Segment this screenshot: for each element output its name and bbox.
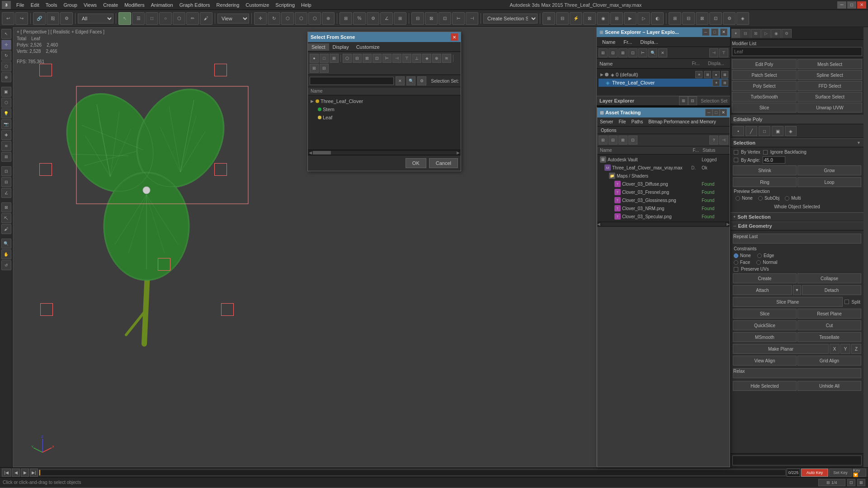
- dialog-title-bar[interactable]: Select From Scene ✕: [308, 32, 461, 42]
- slice-plane-btn[interactable]: Slice Plane: [733, 297, 843, 307]
- se-row-icon4[interactable]: ⊠: [721, 71, 728, 78]
- btn-unwrap-uvw[interactable]: Unwrap UVW: [797, 103, 862, 113]
- material-btn[interactable]: ◉: [597, 12, 609, 25]
- lt-rotate[interactable]: ↻: [1, 51, 11, 61]
- unhide-all-btn[interactable]: Unhide All: [797, 381, 861, 391]
- layers-btn[interactable]: ⊟: [556, 12, 569, 25]
- se-icon-8[interactable]: ⊣: [709, 48, 718, 57]
- pivot-button[interactable]: ⊕: [322, 12, 335, 25]
- menu-edit[interactable]: Edit: [28, 1, 42, 9]
- tab-motion[interactable]: ▷: [761, 29, 771, 38]
- at-server[interactable]: Server: [597, 118, 616, 125]
- at-close-btn[interactable]: ✕: [720, 109, 727, 116]
- di-a11[interactable]: ≋: [442, 54, 451, 63]
- tree-item-stem[interactable]: Stem: [310, 105, 459, 113]
- viewport[interactable]: + [ Perspective ] [ Realistic + Edged Fa…: [13, 27, 597, 467]
- se-icon-7[interactable]: ✕: [658, 48, 667, 57]
- tab-modify[interactable]: ⊟: [741, 29, 750, 38]
- collapse-btn[interactable]: Collapse: [797, 273, 861, 283]
- at-icon-5[interactable]: ?: [709, 136, 718, 145]
- at-tex-1[interactable]: T Clover_03_Diffuse.png Found: [598, 180, 729, 188]
- tab-hierarchy[interactable]: ⊠: [751, 29, 761, 38]
- se-row-icon1[interactable]: ☀: [695, 71, 703, 78]
- di-a10[interactable]: ⊕: [432, 54, 441, 63]
- se-layer-default[interactable]: ▶ ◈ 0 (default) ☀ ⊞ ● ⊠: [599, 70, 728, 79]
- align3-button[interactable]: ⊢: [452, 12, 465, 25]
- btn-spline-select[interactable]: Spline Select: [797, 70, 862, 80]
- lt-helpers[interactable]: ✚: [1, 130, 11, 140]
- reference-button[interactable]: ⊞: [340, 12, 352, 25]
- link-button[interactable]: 🔗: [33, 12, 46, 25]
- btn-poly-select[interactable]: Poly Select: [732, 81, 797, 91]
- di-a9[interactable]: ◈: [422, 54, 431, 63]
- key-filters-btn[interactable]: Key 🔽: [853, 469, 866, 477]
- hide-sel-btn[interactable]: Hide Selected: [733, 381, 797, 391]
- at-scrollbar[interactable]: ◀ ▶: [597, 221, 730, 227]
- se-max-btn[interactable]: □: [711, 28, 718, 36]
- extra-tools-4[interactable]: ⊡: [709, 12, 722, 25]
- menu-customize[interactable]: Customize: [243, 1, 272, 9]
- grow-btn[interactable]: Grow: [797, 165, 861, 175]
- lt-angle[interactable]: ∠: [1, 188, 11, 198]
- lt-spacewarps[interactable]: ≋: [1, 141, 11, 151]
- rect-select-button[interactable]: □: [146, 12, 158, 25]
- lt-geometry[interactable]: ▣: [1, 87, 11, 97]
- curve-editor-btn[interactable]: ⚡: [570, 12, 582, 25]
- ring-btn[interactable]: Ring: [733, 177, 797, 187]
- di-a6[interactable]: ⊣: [392, 54, 401, 63]
- paint-select-button[interactable]: 🖌: [200, 12, 212, 25]
- se-icon-3[interactable]: ⊠: [618, 48, 627, 57]
- at-icon-3[interactable]: ⊠: [618, 136, 627, 145]
- at-options[interactable]: Options: [598, 127, 619, 134]
- select-by-name-button[interactable]: ☰: [132, 12, 145, 25]
- di-a2[interactable]: ⊟: [353, 54, 362, 63]
- align-button[interactable]: ⊠: [425, 12, 438, 25]
- slice-btn-2[interactable]: Slice: [733, 309, 797, 319]
- at-max-btn[interactable]: □: [712, 109, 720, 116]
- lt-place[interactable]: ⊕: [1, 72, 11, 82]
- scale3-button[interactable]: ⬡: [308, 12, 321, 25]
- extra-tools-1[interactable]: ⊞: [669, 12, 681, 25]
- angle-snap-button[interactable]: ∠: [380, 12, 393, 25]
- bind-to-space-warp[interactable]: ⚙: [60, 12, 73, 25]
- tab-create[interactable]: +: [731, 29, 740, 38]
- create-btn[interactable]: Create: [733, 273, 797, 283]
- dialog-close-button[interactable]: ✕: [451, 33, 458, 41]
- di-filter[interactable]: ⚙: [417, 76, 426, 85]
- di-b2[interactable]: ⊟: [320, 64, 329, 73]
- x-btn[interactable]: X: [830, 344, 840, 354]
- cut-btn[interactable]: Cut: [797, 320, 861, 330]
- restore-button[interactable]: □: [847, 1, 856, 9]
- timeline-track[interactable]: [39, 469, 786, 476]
- radio-none[interactable]: [734, 253, 738, 258]
- btn-ffd-select[interactable]: FFD Select: [797, 81, 862, 91]
- tab-display[interactable]: ◉: [771, 29, 781, 38]
- lt-shapes[interactable]: ⬡: [1, 98, 11, 108]
- soft-selection-header[interactable]: + Soft Selection: [731, 212, 863, 221]
- lt-snap3d[interactable]: ⊡: [1, 166, 11, 176]
- di-a8[interactable]: ⊥: [412, 54, 421, 63]
- lt-ribbon[interactable]: ⊠: [1, 202, 11, 212]
- lt-paint[interactable]: 🖌: [1, 224, 11, 234]
- at-tex-4[interactable]: T Clover_03_NRM.png Found: [598, 204, 729, 212]
- dialog-scrollbar[interactable]: ◀ ▶: [308, 150, 461, 155]
- at-file[interactable]: File: [616, 118, 628, 125]
- at-max-file[interactable]: M Three_Leaf_Clover_max_vray.max D. Ok: [598, 164, 729, 172]
- preserve-uvs-cb[interactable]: [734, 267, 738, 272]
- ignore-bf-checkbox[interactable]: [763, 150, 768, 155]
- subobj-element[interactable]: ◈: [785, 126, 797, 136]
- subobj-polygon[interactable]: ▣: [772, 126, 783, 136]
- tessellate-btn[interactable]: Tessellate: [797, 332, 861, 342]
- by-angle-checkbox[interactable]: [734, 158, 738, 162]
- btn-mesh-select[interactable]: Mesh Select: [797, 59, 862, 69]
- split-cb[interactable]: [844, 300, 849, 304]
- lt-zoom[interactable]: 🔍: [1, 239, 11, 249]
- circle-select-button[interactable]: ○: [159, 12, 172, 25]
- se-menu-name[interactable]: Name: [599, 38, 619, 46]
- activeshade-btn[interactable]: ◐: [651, 12, 664, 25]
- di-search[interactable]: 🔍: [406, 76, 415, 85]
- menu-modifiers[interactable]: Modifiers: [122, 1, 147, 9]
- view-align-btn[interactable]: View Align: [733, 356, 797, 366]
- di-sphere[interactable]: ●: [310, 54, 319, 63]
- di-b1[interactable]: ⊞: [310, 64, 319, 73]
